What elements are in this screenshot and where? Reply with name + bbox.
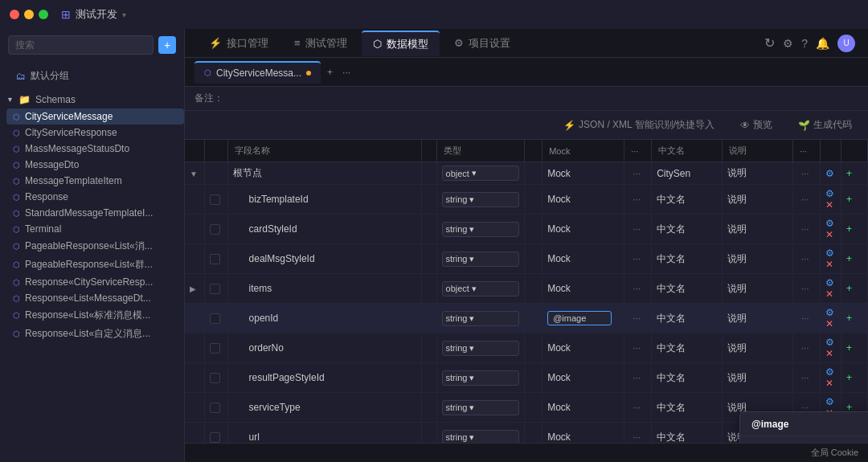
check-cell[interactable] <box>205 333 228 363</box>
dots-icon[interactable]: ··· <box>629 313 644 324</box>
mock-more-cell[interactable]: ··· <box>624 215 652 244</box>
row-checkbox[interactable] <box>210 224 220 235</box>
chinese-name-cell[interactable]: 中文名 <box>652 244 723 274</box>
mock-more-cell[interactable]: ··· <box>624 393 652 423</box>
add-cell[interactable]: + <box>841 333 868 363</box>
desc-cell[interactable]: 说明 <box>722 363 792 393</box>
desc-cell[interactable]: 说明 <box>722 274 792 304</box>
desc-cell[interactable]: 说明 <box>722 162 792 185</box>
type-select[interactable]: string ▾ <box>442 430 520 444</box>
delete-icon[interactable]: ✕ <box>825 318 833 329</box>
refresh-icon[interactable]: ↻ <box>764 35 775 51</box>
mock-cell[interactable]: Mock <box>542 423 624 444</box>
row-checkbox[interactable] <box>210 194 220 205</box>
close-button[interactable] <box>10 10 19 19</box>
add-field-icon[interactable]: + <box>846 313 852 324</box>
tab-project-settings[interactable]: ⚙ 项目设置 <box>443 31 522 55</box>
type-select[interactable]: object ▾ <box>442 166 520 181</box>
avatar[interactable]: U <box>837 35 855 52</box>
dots-icon[interactable]: ··· <box>629 253 644 264</box>
mock-cell[interactable]: Mock <box>542 162 624 185</box>
chinese-name-cell[interactable]: 中文名 <box>652 304 723 333</box>
add-field-icon[interactable]: + <box>846 223 852 235</box>
row-checkbox[interactable] <box>210 284 220 294</box>
desc-more-cell[interactable]: ··· <box>792 162 820 185</box>
settings-icon[interactable]: ⚙ <box>825 307 834 318</box>
add-field-icon[interactable]: + <box>846 253 852 264</box>
generate-code-button[interactable]: 🌱 生成代码 <box>792 116 858 134</box>
add-field-icon[interactable]: + <box>846 342 852 354</box>
mock-more-cell[interactable]: ··· <box>624 185 652 215</box>
expand-cell[interactable]: ▶ <box>185 274 205 304</box>
settings-icon[interactable]: ⚙ <box>825 188 834 199</box>
mock-more-cell[interactable]: ··· <box>624 363 652 393</box>
dots-icon[interactable]: ··· <box>798 194 813 205</box>
delete-icon[interactable]: ✕ <box>825 288 833 300</box>
schemas-group-header[interactable]: ▼ 📁 Schemas <box>0 91 184 108</box>
mock-more-cell[interactable]: ··· <box>624 244 652 274</box>
type-select[interactable]: string ▾ <box>442 341 520 356</box>
sidebar-item-PageableResponse1[interactable]: ⬡ PageableResponse«List«消... <box>6 237 184 256</box>
add-cell[interactable]: + <box>841 274 868 304</box>
delete-icon[interactable]: ✕ <box>825 259 833 270</box>
dots-icon[interactable]: ··· <box>798 342 813 354</box>
dropdown-item-image-200x100[interactable]: @image("200x100") 图片 <box>740 436 868 443</box>
dots-icon[interactable]: ··· <box>798 283 813 294</box>
settings-icon[interactable]: ⚙ <box>825 396 834 407</box>
type-select[interactable]: string ▾ <box>442 370 520 386</box>
settings-icon[interactable]: ⚙ <box>825 366 834 378</box>
desc-more-cell[interactable]: ··· <box>792 304 820 333</box>
tab-add-button[interactable]: + <box>324 63 336 81</box>
check-cell[interactable] <box>205 423 228 444</box>
minimize-button[interactable] <box>24 10 34 19</box>
add-field-icon[interactable]: + <box>846 194 852 205</box>
sidebar-item-MessageDto[interactable]: ⬡ MessageDto <box>6 157 184 173</box>
add-field-icon[interactable]: + <box>846 283 852 294</box>
desc-more-cell[interactable]: ··· <box>792 244 820 274</box>
tab-data-model[interactable]: ⬡ 数据模型 <box>362 31 440 56</box>
check-cell[interactable] <box>205 185 228 215</box>
sidebar-item-PageableResponse2[interactable]: ⬡ PageableResponse«List«群... <box>6 256 184 274</box>
check-cell[interactable] <box>205 274 228 304</box>
sidebar-item-default-group[interactable]: 🗂 默认分组 <box>10 66 174 86</box>
desc-cell[interactable]: 说明 <box>722 333 792 363</box>
json-xml-import-button[interactable]: ⚡ JSON / XML 智能识别/快捷导入 <box>557 116 721 134</box>
row-checkbox[interactable] <box>210 254 220 264</box>
add-schema-button[interactable]: + <box>158 36 176 54</box>
tab-api-management[interactable]: ⚡ 接口管理 <box>198 31 280 55</box>
settings-icon[interactable]: ⚙ <box>825 218 834 229</box>
sidebar-item-MessageTemplateItem[interactable]: ⬡ MessageTemplateItem <box>6 173 184 189</box>
row-checkbox[interactable] <box>210 343 220 354</box>
chinese-name-cell[interactable]: 中文名 <box>652 393 723 423</box>
tab-test-management[interactable]: ≡ 测试管理 <box>283 31 358 55</box>
desc-cell[interactable]: 说明 <box>722 304 792 333</box>
settings-icon[interactable]: ⚙ <box>825 168 834 179</box>
mock-more-cell[interactable]: ··· <box>624 304 652 333</box>
add-cell[interactable]: + <box>841 363 868 393</box>
dropdown-item-image[interactable]: @image 图片链接 <box>740 412 868 436</box>
dots-icon[interactable]: ··· <box>629 342 644 354</box>
dots-icon[interactable]: ··· <box>798 253 813 264</box>
add-cell[interactable]: + <box>841 185 868 215</box>
row-checkbox[interactable] <box>210 313 220 324</box>
sidebar-item-ResponseListMessageDt[interactable]: ⬡ Response«List«MessageDt... <box>6 290 184 306</box>
dots-icon[interactable]: ··· <box>629 402 644 413</box>
expand-cell[interactable]: ▼ <box>185 162 205 185</box>
mock-cell[interactable]: Mock <box>542 393 624 423</box>
desc-cell[interactable]: 说明 <box>722 215 792 244</box>
check-cell[interactable] <box>205 393 228 423</box>
dots-icon[interactable]: ··· <box>798 223 813 235</box>
dots-icon[interactable]: ··· <box>798 168 813 179</box>
type-select[interactable]: object ▾ <box>442 281 520 296</box>
dots-icon[interactable]: ··· <box>629 168 644 179</box>
type-select[interactable]: string ▾ <box>442 251 520 267</box>
file-tab-CityServiceMessage[interactable]: ⬡ CityServiceMessa... <box>194 61 321 84</box>
desc-cell[interactable]: 说明 <box>722 185 792 215</box>
add-cell[interactable]: + <box>841 215 868 244</box>
maximize-button[interactable] <box>39 10 48 19</box>
tab-more-button[interactable]: ··· <box>339 63 354 81</box>
chinese-name-cell[interactable]: 中文名 <box>652 363 723 393</box>
sidebar-item-ResponseCityServiceResp[interactable]: ⬡ Response«CityServiceResp... <box>6 274 184 290</box>
type-select[interactable]: string ▾ <box>442 311 520 326</box>
mock-cell[interactable]: Mock <box>542 363 624 393</box>
